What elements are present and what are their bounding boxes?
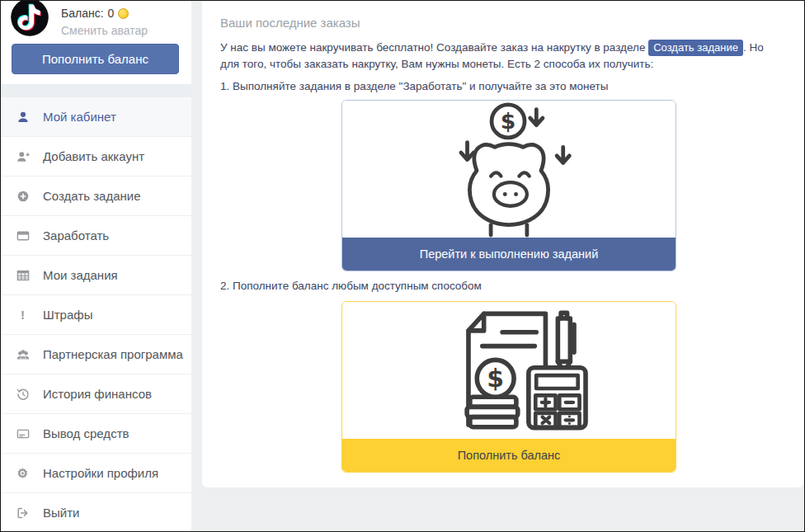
balance-label: Баланс: <box>61 7 104 20</box>
sidebar-item-profile-settings[interactable]: ⚙ Настройки профиля <box>1 454 191 493</box>
exclamation-icon: ! <box>16 308 30 322</box>
main-panel: Мой кабинет Ваши последние заказы У нас … <box>202 1 803 487</box>
tiktok-avatar[interactable] <box>7 1 52 40</box>
sidebar-item-label: Выйти <box>43 506 79 520</box>
sidebar-menu: Мой кабинет Добавить аккаунт Создать зад… <box>1 97 191 532</box>
plus-circle-icon <box>16 189 30 203</box>
user-plus-icon <box>16 149 30 163</box>
sidebar-item-label: Штрафы <box>43 308 92 322</box>
app-window: Баланс: 0 Сменить аватар Пополнить балан… <box>0 0 805 532</box>
piggy-bank-illustration: $ <box>342 101 676 238</box>
sidebar-item-my-cabinet[interactable]: Мой кабинет <box>1 97 191 137</box>
topup-balance-card-button[interactable]: Пополнить баланс <box>342 439 676 472</box>
create-task-inline-badge[interactable]: Создать задание <box>648 40 743 56</box>
topup-balance-button[interactable]: Пополнить баланс <box>12 44 179 74</box>
gear-icon: ⚙ <box>16 466 30 480</box>
balance-value: 0 <box>108 7 115 20</box>
calculator-illustration: $ <box>342 302 676 439</box>
sidebar-item-label: Мой кабинет <box>43 110 116 124</box>
intro-part1: У нас вы можете накручивать бесплатно! С… <box>220 41 648 54</box>
sidebar-item-label: Создать задание <box>43 189 141 203</box>
balance-row: Баланс: 0 <box>61 7 129 20</box>
coin-icon <box>118 8 129 19</box>
sidebar-item-label: Мои задания <box>43 268 118 282</box>
step1-text: 1. Выполняйте задания в разделе "Заработ… <box>220 80 785 92</box>
sidebar-item-logout[interactable]: Выйти <box>1 493 191 532</box>
sidebar: Баланс: 0 Сменить аватар Пополнить балан… <box>1 1 191 531</box>
table-icon <box>16 268 30 282</box>
sign-out-icon <box>16 506 30 520</box>
sidebar-item-label: Партнерская программа <box>43 347 183 361</box>
recent-orders-subtitle: Ваши последние заказы <box>220 16 785 30</box>
earn-card: $ Перейти к выполнению заданий <box>341 100 676 271</box>
credit-card-icon <box>16 426 30 440</box>
change-avatar-link[interactable]: Сменить аватар <box>61 24 148 37</box>
sidebar-item-my-tasks[interactable]: Мои задания <box>1 256 191 295</box>
sidebar-item-earn[interactable]: Заработать <box>1 216 191 256</box>
step2-text: 2. Пополните баланс любым доступным спос… <box>220 280 785 292</box>
profile-card: Баланс: 0 Сменить аватар Пополнить балан… <box>1 1 191 84</box>
user-icon <box>16 110 30 124</box>
sidebar-item-withdraw[interactable]: Вывод средств <box>1 414 191 454</box>
sidebar-item-label: Заработать <box>43 228 109 242</box>
users-group-icon <box>16 347 30 361</box>
svg-text:$: $ <box>501 108 516 134</box>
sidebar-item-finance-history[interactable]: История финансов <box>1 374 191 414</box>
sidebar-item-label: Добавить аккаунт <box>43 149 144 163</box>
sidebar-item-label: Настройки профиля <box>43 466 158 480</box>
sidebar-item-label: Вывод средств <box>43 426 129 440</box>
sidebar-item-add-account[interactable]: Добавить аккаунт <box>1 137 191 177</box>
svg-text:$: $ <box>487 364 504 393</box>
page-title: Мой кабинет <box>220 1 785 5</box>
sidebar-item-partner-program[interactable]: Партнерская программа <box>1 335 191 374</box>
sidebar-item-penalties[interactable]: ! Штрафы <box>1 295 191 335</box>
sidebar-item-create-task[interactable]: Создать задание <box>1 177 191 216</box>
history-icon <box>16 387 30 401</box>
topup-card: $ Пополнить баланс <box>341 301 676 473</box>
sidebar-item-label: История финансов <box>43 387 152 401</box>
go-to-tasks-button[interactable]: Перейти к выполнению заданий <box>342 238 676 271</box>
browser-window-icon <box>16 228 30 242</box>
intro-text: У нас вы можете накручивать бесплатно! С… <box>220 40 778 72</box>
